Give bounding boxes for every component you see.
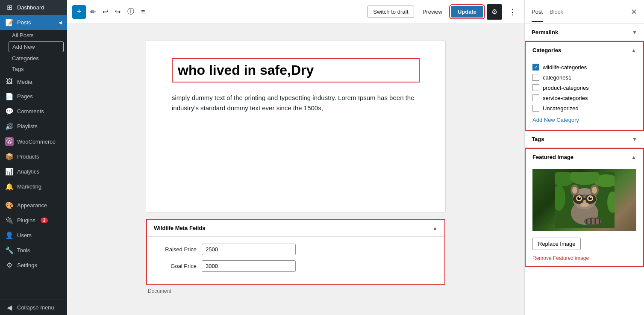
- categories-header[interactable]: Categories: [526, 42, 643, 59]
- meta-fields-header[interactable]: Wildlife Meta Feilds ▲: [147, 220, 444, 237]
- category-checkbox-product[interactable]: [532, 84, 539, 91]
- dashboard-icon: ⊞: [5, 3, 14, 12]
- add-new-category-link[interactable]: Add New Category: [532, 117, 636, 123]
- category-checkbox-wildlife[interactable]: ✓: [532, 64, 539, 71]
- sidebar-item-woocommerce[interactable]: Ⓦ WooCommerce: [0, 134, 67, 149]
- category-item-service: service-categories: [532, 93, 636, 103]
- sidebar-item-pages[interactable]: 📄 Pages: [0, 89, 67, 104]
- sidebar-item-all-posts[interactable]: All Posts: [0, 30, 67, 41]
- toolbar-right: Switch to draft Preview Update ⚙ ⋮: [368, 4, 519, 20]
- sidebar-item-appearance[interactable]: 🎨 Appearance: [0, 198, 67, 213]
- goal-price-input[interactable]: [202, 260, 296, 272]
- sidebar-item-tools[interactable]: 🔧 Tools: [0, 243, 67, 258]
- category-label-wildlife: wildlife-categories: [543, 64, 587, 71]
- raccoon-svg: [555, 172, 615, 228]
- tags-chevron-icon: [632, 136, 637, 142]
- sidebar-item-users[interactable]: 👤 Users: [0, 228, 67, 243]
- list-icon: ≡: [141, 8, 145, 16]
- sidebar-item-posts[interactable]: 📝 Posts ◀: [0, 15, 67, 30]
- analytics-icon: 📊: [5, 168, 14, 176]
- svg-point-11: [592, 187, 597, 194]
- goal-price-label: Goal Price: [154, 263, 197, 269]
- users-icon: 👤: [5, 231, 14, 239]
- category-label-cat1: categories1: [543, 74, 571, 81]
- category-checkbox-service[interactable]: [532, 94, 539, 101]
- sidebar-item-label: Appearance: [17, 202, 47, 209]
- svg-point-17: [588, 197, 592, 200]
- tags-section: Tags: [525, 131, 644, 148]
- close-sidebar-button[interactable]: ✕: [631, 8, 637, 16]
- sidebar-item-products[interactable]: 📦 Products: [0, 149, 67, 164]
- switch-to-draft-button[interactable]: Switch to draft: [368, 6, 414, 18]
- playlists-icon: 🔊: [5, 122, 14, 130]
- permalink-section: Permalink: [525, 24, 644, 41]
- all-posts-label: All Posts: [12, 32, 34, 38]
- category-item-product: product-categories: [532, 82, 636, 93]
- posts-icon: 📝: [5, 18, 14, 26]
- sidebar-item-collapse[interactable]: ◀ Collapse menu: [0, 300, 67, 315]
- sidebar-item-label: Dashboard: [17, 4, 44, 11]
- permalink-label: Permalink: [532, 29, 558, 35]
- category-checkbox-cat1[interactable]: [532, 74, 539, 81]
- tags-label: Tags: [532, 136, 544, 142]
- tags-header[interactable]: Tags: [525, 131, 644, 147]
- sidebar-item-add-new[interactable]: Add New: [9, 41, 64, 52]
- category-checkbox-uncategorized[interactable]: [532, 105, 539, 112]
- sidebar-item-label: Playlists: [17, 123, 38, 130]
- add-new-label: Add New: [12, 44, 35, 50]
- plugins-badge: 3: [41, 218, 48, 223]
- post-body[interactable]: simply dummy text of the printing and ty…: [172, 93, 420, 113]
- sidebar-item-label: Comments: [17, 108, 44, 115]
- sidebar: ⊞ Dashboard 📝 Posts ◀ All Posts Add New …: [0, 0, 67, 315]
- more-options-button[interactable]: ⋮: [506, 5, 519, 19]
- update-button[interactable]: Update: [451, 6, 483, 18]
- settings-panel-button[interactable]: ⚙: [487, 4, 502, 20]
- info-button[interactable]: ⓘ: [125, 5, 137, 19]
- raised-price-input[interactable]: [202, 244, 296, 255]
- sidebar-item-marketing[interactable]: 🔔 Marketing: [0, 179, 67, 194]
- tab-block[interactable]: Block: [550, 2, 563, 22]
- sidebar-item-label: Pages: [17, 93, 33, 100]
- sidebar-item-media[interactable]: 🖼 Media: [0, 74, 67, 89]
- list-view-button[interactable]: ≡: [138, 6, 147, 18]
- post-title[interactable]: who lived in safe,Dry: [172, 58, 420, 82]
- collapse-icon: ◀: [5, 303, 14, 312]
- sidebar-item-analytics[interactable]: 📊 Analytics: [0, 164, 67, 179]
- categories-chevron-icon: [631, 47, 636, 53]
- categories-body: ✓ wildlife-categories categories1 produc…: [526, 59, 643, 130]
- sidebar-item-label: Collapse menu: [17, 304, 54, 311]
- undo-button[interactable]: ↩: [100, 5, 111, 18]
- undo-icon: ↩: [103, 8, 108, 16]
- right-sidebar: Post Block ✕ Permalink Categories ✓ wild…: [524, 0, 644, 315]
- permalink-header[interactable]: Permalink: [525, 24, 644, 41]
- category-item-cat1: categories1: [532, 72, 636, 82]
- featured-image-preview[interactable]: [532, 169, 636, 231]
- categories-section: Categories ✓ wildlife-categories categor…: [525, 41, 644, 131]
- sidebar-item-label: Settings: [17, 262, 37, 268]
- sidebar-item-plugins[interactable]: 🔌 Plugins 3: [0, 213, 67, 228]
- svg-point-10: [572, 187, 577, 194]
- sidebar-item-comments[interactable]: 💬 Comments: [0, 104, 67, 119]
- close-icon: ✕: [631, 8, 637, 16]
- tools-icon: 🔧: [5, 246, 14, 254]
- tab-post[interactable]: Post: [532, 2, 543, 22]
- sidebar-item-settings[interactable]: ⚙ Settings: [0, 258, 67, 273]
- category-item-wildlife: ✓ wildlife-categories: [532, 62, 636, 72]
- meta-fields-box: Wildlife Meta Feilds ▲ Raised Price Goal…: [146, 219, 445, 285]
- meta-fields-title: Wildlife Meta Feilds: [154, 225, 206, 231]
- sidebar-item-dashboard[interactable]: ⊞ Dashboard: [0, 0, 67, 15]
- replace-image-button[interactable]: Replace Image: [532, 238, 581, 250]
- add-icon: +: [77, 7, 82, 16]
- sidebar-item-playlists[interactable]: 🔊 Playlists: [0, 119, 67, 134]
- edit-button[interactable]: ✏: [88, 5, 98, 18]
- sidebar-item-categories[interactable]: Categories: [0, 53, 67, 64]
- preview-button[interactable]: Preview: [418, 6, 447, 18]
- remove-featured-image-link[interactable]: Remove Featured image: [526, 253, 643, 266]
- add-block-button[interactable]: +: [72, 5, 86, 19]
- settings-panel-icon: ⚙: [491, 8, 497, 16]
- redo-button[interactable]: ↪: [112, 5, 123, 18]
- woocommerce-icon: Ⓦ: [5, 137, 14, 146]
- meta-fields-body: Raised Price Goal Price: [147, 237, 444, 284]
- featured-image-header[interactable]: Featured image: [526, 149, 643, 165]
- sidebar-item-tags[interactable]: Tags: [0, 64, 67, 74]
